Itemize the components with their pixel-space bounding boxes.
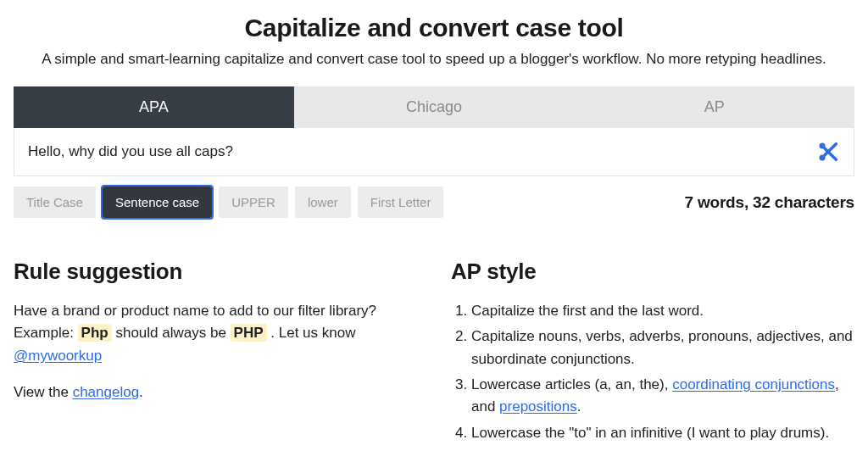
cut-icon[interactable] <box>816 140 840 164</box>
view-changelog-line: View the changelog. <box>14 384 417 401</box>
tab-chicago[interactable]: Chicago <box>294 86 575 128</box>
highlight-bad: Php <box>78 324 112 342</box>
title-case-button[interactable]: Title Case <box>14 186 96 218</box>
changelog-prefix: View the <box>14 384 73 400</box>
ap-rule-3: Lowercase articles (a, an, the), coordin… <box>471 374 854 419</box>
changelog-link[interactable]: changelog <box>73 384 139 400</box>
ap-rule-4: Lowercase the "to" in an infinitive (I w… <box>471 422 854 444</box>
prepositions-link[interactable]: prepositions <box>499 398 577 415</box>
ap-rule-3-part: Lowercase articles (a, an, the), <box>471 376 672 392</box>
ap-rules-list: Capitalize the first and the last word. … <box>451 300 854 444</box>
tab-ap[interactable]: AP <box>574 86 854 128</box>
rule-text-part: should always be <box>115 325 230 341</box>
upper-case-button[interactable]: UPPER <box>219 186 288 218</box>
twitter-handle-link[interactable]: @mywoorkup <box>14 348 102 364</box>
rule-suggestion-heading: Rule suggestion <box>14 259 417 285</box>
ap-rule-2: Capitalize nouns, verbs, adverbs, pronou… <box>471 326 854 370</box>
ap-style-section: AP style Capitalize the first and the la… <box>451 259 854 448</box>
page-title: Capitalize and convert case tool <box>14 14 854 42</box>
ap-rule-3-part: . <box>577 398 581 415</box>
ap-rule-1: Capitalize the first and the last word. <box>471 300 854 322</box>
first-letter-button[interactable]: First Letter <box>358 186 444 218</box>
case-buttons: Title Case Sentence case UPPER lower Fir… <box>14 186 443 218</box>
word-char-count: 7 words, 32 characters <box>685 193 855 212</box>
rule-suggestion-section: Rule suggestion Have a brand or product … <box>14 259 417 448</box>
highlight-good: PHP <box>231 324 267 342</box>
lower-case-button[interactable]: lower <box>295 186 351 218</box>
page-subtitle: A simple and smart-learning capitalize a… <box>14 51 854 68</box>
ap-style-heading: AP style <box>451 259 854 285</box>
tab-apa[interactable]: APA <box>14 86 294 128</box>
style-tabs: APA Chicago AP <box>14 86 854 128</box>
sentence-case-button[interactable]: Sentence case <box>103 186 212 218</box>
rule-text-part: . Let us know <box>270 325 355 341</box>
rule-suggestion-text: Have a brand or product name to add to o… <box>14 300 417 367</box>
input-container <box>14 128 854 176</box>
coordinating-conjunctions-link[interactable]: coordinating conjunctions <box>672 376 835 392</box>
changelog-suffix: . <box>139 384 143 400</box>
controls-row: Title Case Sentence case UPPER lower Fir… <box>14 186 854 218</box>
text-input[interactable] <box>28 143 816 160</box>
